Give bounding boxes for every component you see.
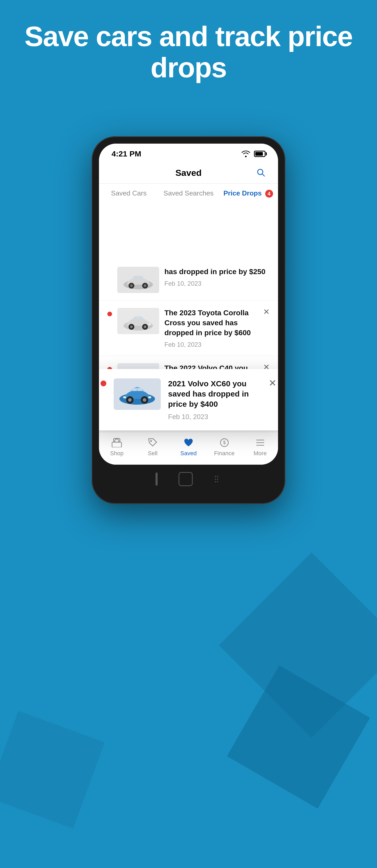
svg-point-12 <box>130 284 133 287</box>
svg-rect-35 <box>217 476 218 477</box>
price-item-2-date: Feb 10, 2023 <box>164 341 258 348</box>
bottom-nav: Shop Sell <box>99 432 278 465</box>
home-indicator <box>99 465 278 497</box>
status-bar: 4:21 PM <box>99 144 278 162</box>
phone-screen: 4:21 PM Saved <box>99 144 278 465</box>
svg-point-6 <box>143 398 146 402</box>
home-menu-btn[interactable] <box>214 472 221 486</box>
svg-point-14 <box>144 284 146 287</box>
svg-point-18 <box>130 326 133 328</box>
svg-rect-29 <box>112 442 122 447</box>
tab-price-drops[interactable]: Price Drops 4 <box>218 183 278 204</box>
nav-item-shop[interactable]: Shop <box>99 437 135 457</box>
svg-text:$: $ <box>223 440 226 445</box>
nav-item-sell[interactable]: Sell <box>135 437 171 457</box>
notification-car-image <box>114 378 161 410</box>
price-drops-badge: 4 <box>265 190 273 197</box>
more-icon <box>254 437 267 448</box>
nav-item-finance[interactable]: $ Finance <box>206 437 242 457</box>
hero-title: Save cars and track price drops <box>0 21 377 83</box>
nav-label-sell: Sell <box>148 450 158 457</box>
nav-item-saved[interactable]: Saved <box>171 437 207 457</box>
app-header-title: Saved <box>175 168 202 178</box>
price-item-2-image <box>117 308 159 334</box>
saved-icon <box>182 437 195 448</box>
notification-dot <box>101 380 106 386</box>
search-icon <box>256 168 266 177</box>
svg-point-21 <box>148 323 151 325</box>
price-item-2-info: The 2023 Toyota Corolla Cross you saved … <box>164 308 258 348</box>
notification-content: 2021 Volvo XC60 you saved has dropped in… <box>168 378 261 421</box>
nav-label-shop: Shop <box>110 450 124 457</box>
nav-item-more[interactable]: More <box>242 437 278 457</box>
svg-point-8 <box>123 396 126 398</box>
price-item-2-dot <box>107 312 112 316</box>
price-item-1-date: Feb 10, 2023 <box>164 280 270 287</box>
svg-point-4 <box>128 398 132 402</box>
car-image-svg <box>114 378 161 410</box>
svg-rect-37 <box>217 478 218 479</box>
svg-rect-34 <box>215 476 216 477</box>
tab-saved-cars[interactable]: Saved Cars <box>99 183 159 204</box>
svg-rect-39 <box>217 481 218 482</box>
nav-label-more: More <box>254 450 267 457</box>
price-item-1-title: has dropped in price by $250 <box>164 267 270 277</box>
price-item-partial: has dropped in price by $250 Feb 10, 202… <box>99 201 278 301</box>
notification-title: 2021 Volvo XC60 you saved has dropped in… <box>168 378 261 409</box>
bg-decoration-3 <box>0 711 104 829</box>
search-button[interactable] <box>256 168 266 178</box>
status-time: 4:21 PM <box>111 149 141 158</box>
car-partial-svg <box>117 267 159 293</box>
notification-close-button[interactable]: ✕ <box>269 378 276 388</box>
home-circle-btn[interactable] <box>178 472 193 486</box>
tabs-bar: Saved Cars Saved Searches Price Drops 4 <box>99 183 278 204</box>
svg-point-31 <box>150 440 152 442</box>
nav-label-saved: Saved <box>180 450 197 457</box>
svg-point-20 <box>144 326 146 328</box>
price-item-2-close[interactable]: ✕ <box>263 308 270 316</box>
status-icons <box>241 150 266 157</box>
battery-icon <box>254 151 266 157</box>
car-toyota-svg <box>117 308 159 334</box>
app-header: Saved <box>99 162 278 183</box>
wifi-icon <box>241 150 250 157</box>
phone-mockup: 4:21 PM Saved <box>92 136 285 504</box>
content-wrapper: 2021 Volvo XC60 you saved has dropped in… <box>99 201 278 465</box>
shop-icon <box>110 437 123 448</box>
phone-frame: 4:21 PM Saved <box>92 136 285 504</box>
notification-card: 2021 Volvo XC60 you saved has dropped in… <box>99 369 278 430</box>
tab-saved-searches[interactable]: Saved Searches <box>159 183 218 204</box>
sell-icon <box>146 437 159 448</box>
svg-point-7 <box>148 396 151 398</box>
svg-rect-38 <box>215 481 216 482</box>
price-item-1-info: has dropped in price by $250 Feb 10, 202… <box>164 267 270 287</box>
home-back-btn[interactable] <box>156 472 158 486</box>
price-item-1-image <box>117 267 159 293</box>
price-item-2-title: The 2023 Toyota Corolla Cross you saved … <box>164 308 258 338</box>
nav-label-finance: Finance <box>214 450 235 457</box>
svg-rect-36 <box>215 478 216 479</box>
price-item-2: The 2023 Toyota Corolla Cross you saved … <box>99 301 278 355</box>
finance-icon: $ <box>218 437 231 448</box>
notification-date: Feb 10, 2023 <box>168 413 261 421</box>
